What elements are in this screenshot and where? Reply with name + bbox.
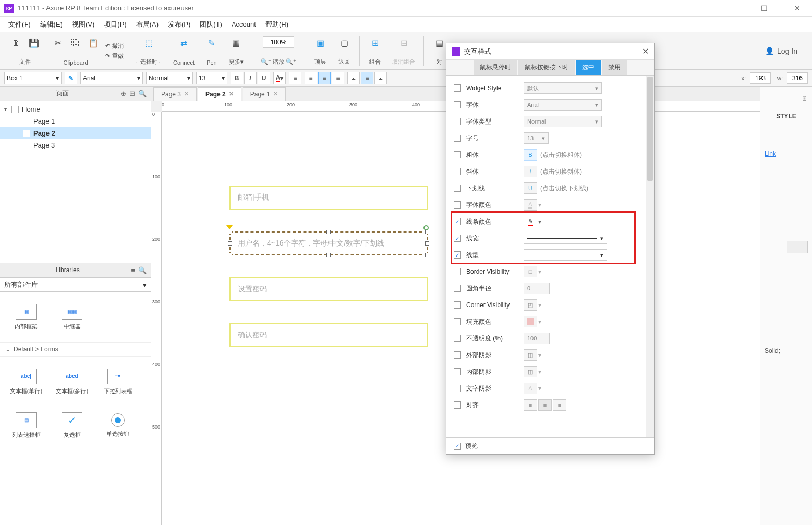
align-left-button[interactable]: ≡	[305, 72, 317, 84]
menu-view[interactable]: 视图(V)	[69, 18, 98, 31]
line-width-select[interactable]: ▾	[524, 233, 607, 244]
add-folder-icon[interactable]: ⊕	[120, 90, 126, 97]
lib-listbox[interactable]: ▤列表选择框	[4, 405, 48, 446]
tool-more[interactable]: ▦ 更多▾	[224, 34, 249, 68]
widget-style-select[interactable]: 默认▾	[524, 82, 602, 94]
checkbox[interactable]	[454, 185, 461, 192]
line-color-picker[interactable]: ✎	[524, 216, 537, 227]
align-right-button[interactable]: ≡	[332, 72, 344, 84]
bullets-button[interactable]: ≡	[289, 72, 301, 84]
checkbox[interactable]	[454, 318, 461, 325]
tool-top[interactable]: ▣ 顶层	[308, 34, 332, 68]
checkbox[interactable]	[454, 168, 461, 175]
resize-handle[interactable]	[228, 241, 232, 246]
fill-color-picker[interactable]	[524, 316, 537, 327]
tool-clipboard[interactable]: ✂⿻📋 Clipboard	[46, 34, 105, 68]
zoom-in-icon[interactable]: 🔍⁺	[286, 58, 296, 65]
checkbox[interactable]	[454, 118, 461, 125]
checkbox[interactable]	[454, 351, 461, 359]
w-input[interactable]	[787, 72, 808, 84]
lib-repeater[interactable]: ▦▦中继器	[50, 296, 94, 338]
close-icon[interactable]: ✕	[273, 91, 278, 97]
valign-mid-button[interactable]: ≡	[361, 72, 373, 84]
close-button[interactable]: ✕	[787, 4, 808, 13]
menu-publish[interactable]: 发布(P)	[165, 18, 193, 31]
tool-connect[interactable]: ⇄ Connect	[168, 34, 200, 68]
corner-vis-toggle[interactable]: ◰	[524, 299, 537, 311]
resize-handle[interactable]	[228, 253, 232, 257]
dialog-close-button[interactable]: ✕	[642, 46, 649, 56]
checkbox[interactable]	[454, 135, 461, 142]
checkbox[interactable]	[454, 335, 461, 342]
tool-ungroup[interactable]: ⊟ 取消组合	[387, 34, 420, 68]
tool-group-btn[interactable]: ⊞ 组合	[363, 34, 387, 68]
align-left-icon[interactable]: ≡	[524, 399, 537, 411]
edit-shape-button[interactable]: ✎	[65, 72, 77, 84]
text-shadow-toggle[interactable]: A	[524, 383, 537, 394]
align-center-button[interactable]: ≡	[318, 72, 331, 84]
tab-page3[interactable]: Page 3✕	[153, 87, 197, 101]
lib-textarea[interactable]: abcd文本框(多行)	[50, 361, 94, 402]
opacity-input[interactable]: 100	[524, 333, 550, 344]
close-icon[interactable]: ✕	[229, 91, 234, 97]
menu-edit[interactable]: 编辑(E)	[37, 18, 66, 31]
resize-handle[interactable]	[326, 253, 331, 257]
menu-file[interactable]: 文件(F)	[5, 18, 34, 31]
line-style-select[interactable]: ▾	[524, 249, 607, 261]
library-select[interactable]: 所有部件库▾	[0, 277, 151, 292]
checkbox[interactable]	[454, 401, 461, 409]
lib-search-icon[interactable]: 🔍	[138, 266, 147, 274]
resize-handle[interactable]	[425, 241, 429, 246]
font-select[interactable]: Arial▾	[524, 99, 602, 111]
checkbox[interactable]	[454, 368, 461, 375]
tab-page2[interactable]: Page 2✕	[198, 87, 241, 101]
checkbox[interactable]	[454, 101, 461, 108]
tab-selected[interactable]: 选中	[576, 60, 601, 75]
italic-button[interactable]: I	[244, 72, 257, 84]
border-vis-toggle[interactable]: □	[524, 266, 537, 277]
field-confirm[interactable]: 确认密码	[229, 323, 428, 347]
search-pages-icon[interactable]: 🔍	[138, 90, 147, 97]
outer-shadow-toggle[interactable]: ◫	[524, 349, 537, 361]
size-select[interactable]: 13▾	[196, 72, 227, 84]
tree-page3[interactable]: Page 3	[0, 139, 151, 151]
menu-help[interactable]: 帮助(H)	[262, 18, 292, 31]
lib-iframe[interactable]: ▦内部框架	[4, 296, 48, 338]
tree-home[interactable]: ▾Home	[0, 103, 151, 115]
underline-button[interactable]: U	[258, 72, 270, 84]
menu-project[interactable]: 项目(P)	[101, 18, 129, 31]
tree-page2[interactable]: Page 2	[0, 127, 151, 139]
preview-checkbox[interactable]	[454, 443, 461, 450]
field-password[interactable]: 设置密码	[229, 277, 428, 301]
font-select[interactable]: Arial▾	[80, 72, 143, 84]
minimize-button[interactable]: —	[720, 4, 741, 13]
maximize-button[interactable]: ☐	[754, 4, 774, 13]
checkbox[interactable]	[454, 385, 461, 392]
valign-bot-button[interactable]: ⫠	[374, 72, 387, 84]
field-email[interactable]: 邮箱|手机	[229, 186, 428, 210]
tab-disabled[interactable]: 禁用	[602, 60, 627, 75]
checkbox[interactable]	[454, 251, 461, 259]
lib-menu-icon[interactable]: ≡	[131, 266, 135, 274]
lib-textfield[interactable]: abc|文本框(单行)	[4, 361, 48, 402]
checkbox[interactable]	[454, 268, 461, 275]
x-input[interactable]	[750, 72, 771, 84]
tool-select[interactable]: ⬚ ⌐ 选择时 ⌐	[130, 34, 168, 68]
tool-back[interactable]: ▢ 返回	[332, 34, 356, 68]
inner-shadow-toggle[interactable]: ◫	[524, 366, 537, 377]
login-button[interactable]: 👤 Log In	[765, 47, 808, 55]
tab-hover[interactable]: 鼠标悬停时	[474, 60, 517, 75]
weight-select[interactable]: Normal▾	[146, 72, 193, 84]
dialog-titlebar[interactable]: 交互样式 ✕	[446, 43, 654, 60]
zoom-input[interactable]	[263, 36, 294, 48]
align-center-icon[interactable]: ≡	[538, 399, 552, 411]
link-label[interactable]: Link	[765, 150, 808, 157]
menu-layout[interactable]: 布局(A)	[133, 18, 162, 31]
menu-account[interactable]: Account	[228, 18, 259, 30]
tool-pen[interactable]: ✎ Pen	[200, 34, 224, 68]
checkbox[interactable]	[454, 235, 461, 242]
tool-file[interactable]: 🗎💾 文件	[4, 34, 46, 68]
field-username[interactable]: 用户名，4~16个字符，字母/中文/数字/下划线	[229, 231, 428, 255]
checkbox[interactable]	[454, 285, 461, 292]
bold-toggle[interactable]: B	[524, 149, 537, 161]
